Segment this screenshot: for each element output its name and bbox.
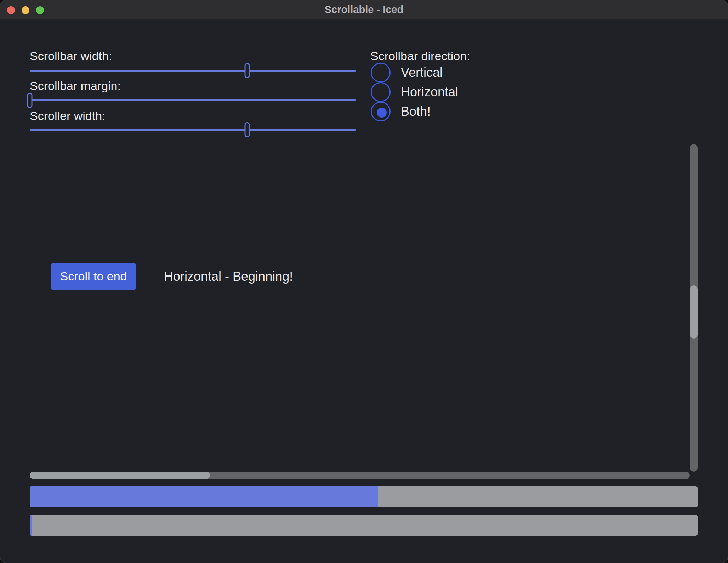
slider-handle[interactable]: [27, 93, 33, 108]
scrollbar-margin-label: Scrollbar margin:: [30, 78, 121, 94]
radio-circle-icon[interactable]: [371, 82, 391, 102]
slider-rail[interactable]: [30, 70, 356, 72]
scrollbar-width-label: Scrollbar width:: [30, 48, 112, 64]
window-title: Scrollable - Iced: [0, 0, 728, 19]
scroller-width-slider[interactable]: [30, 122, 356, 137]
radio-dot-icon: [377, 108, 387, 118]
slider-handle[interactable]: [245, 122, 250, 137]
slider-handle[interactable]: [245, 63, 250, 78]
slider-rail[interactable]: [30, 99, 356, 101]
horizontal-scrollbar[interactable]: [30, 472, 690, 479]
vertical-scroll-progress-bar: [30, 486, 698, 507]
progress-fill: [30, 515, 32, 536]
scrollbar-margin-slider[interactable]: [30, 93, 356, 108]
progress-fill: [30, 486, 378, 507]
scroll-to-end-button[interactable]: Scroll to end: [51, 263, 136, 290]
vertical-scrollbar[interactable]: [690, 144, 698, 472]
app-window: Scrollable - Iced Scrollbar width: Scrol…: [0, 0, 728, 563]
radio-circle-icon[interactable]: [371, 63, 391, 83]
slider-rail[interactable]: [30, 129, 356, 131]
vertical-scroller-thumb[interactable]: [690, 285, 698, 339]
radio-vertical-label[interactable]: Vertical: [401, 64, 443, 81]
radio-horizontal-label[interactable]: Horizontal: [401, 84, 458, 100]
scroll-status-text: Horizontal - Beginning!: [164, 263, 293, 290]
scroller-width-label: Scroller width:: [30, 108, 106, 124]
radio-both-label[interactable]: Both!: [401, 103, 431, 120]
scrollbar-width-slider[interactable]: [30, 63, 356, 78]
titlebar: Scrollable - Iced: [0, 0, 728, 19]
horizontal-scroller-thumb[interactable]: [30, 472, 210, 479]
radio-circle-icon[interactable]: [371, 102, 391, 121]
horizontal-scroll-progress-bar: [30, 515, 698, 536]
scrollbar-direction-label: Scrollbar direction:: [370, 48, 470, 64]
